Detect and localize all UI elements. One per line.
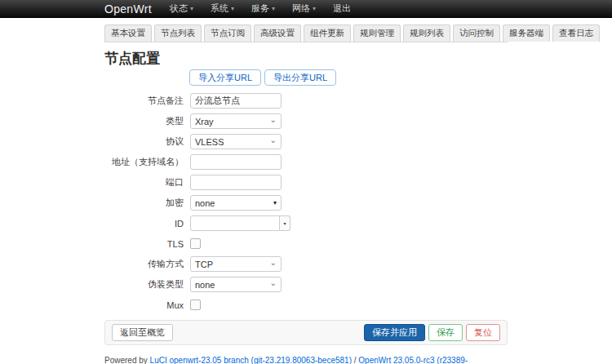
form-row-transport: 传输方式TCP⌄ xyxy=(104,254,508,274)
caret-down-icon: ▾ xyxy=(231,6,234,12)
back-to-overview-button[interactable]: 返回至概览 xyxy=(112,324,173,341)
menu-item-services[interactable]: 服务▾ xyxy=(251,2,275,15)
id-label: ID xyxy=(104,219,184,229)
camouflage-type-label: 伪装类型 xyxy=(104,278,184,291)
form-row-camouflage-type: 伪装类型none⌄ xyxy=(104,274,508,295)
tab-node-list[interactable]: 节点列表 xyxy=(154,24,202,42)
tab-basic-settings[interactable]: 基本设置 xyxy=(104,24,152,42)
address-input[interactable] xyxy=(190,154,282,170)
form-row-encryption: 加密none▾ xyxy=(104,193,508,213)
form-row-port: 端口 xyxy=(104,172,508,193)
port-input[interactable] xyxy=(190,175,282,190)
tab-server-side[interactable]: 服务器端 xyxy=(503,24,550,42)
port-label: 端口 xyxy=(104,176,184,189)
menu-item-network[interactable]: 网络▾ xyxy=(292,2,316,15)
menu-item-label: 状态 xyxy=(170,2,188,15)
page-container: 基本设置节点列表节点订阅高级设置组件更新规则管理规则列表访问控制服务器端查看日志… xyxy=(104,24,508,364)
caret-down-icon: ▾ xyxy=(190,6,193,12)
caret-down-icon: ▾ xyxy=(283,221,286,226)
tab-rule-list[interactable]: 规则列表 xyxy=(403,24,450,42)
chevron-down-icon: ⌄ xyxy=(270,136,277,144)
footer: Powered by LuCI openwrt-23.05 branch (gi… xyxy=(104,356,508,364)
selected-value: TCP xyxy=(195,260,213,269)
menu-item-logout[interactable]: 退出 xyxy=(333,2,351,15)
form-row-address: 地址（支持域名） xyxy=(104,152,508,172)
selected-value: none xyxy=(195,198,215,208)
tls-label: TLS xyxy=(104,239,184,249)
menu-item-label: 系统 xyxy=(211,2,228,15)
form-row-protocol: 协议VLESS⌄ xyxy=(104,131,508,152)
mux-label: Mux xyxy=(104,300,184,310)
tls-checkbox[interactable] xyxy=(190,238,201,249)
menu-item-label: 服务 xyxy=(251,2,269,15)
actions-right-group: 保存并应用 保存 复位 xyxy=(364,324,500,341)
node-config-form: 节点备注类型Xray⌄协议VLESS⌄地址（支持域名）端口加密none▾ID▾T… xyxy=(104,91,508,315)
caret-down-icon: ▾ xyxy=(273,200,277,206)
camouflage-type-select[interactable]: none⌄ xyxy=(190,277,282,292)
protocol-select[interactable]: VLESS⌄ xyxy=(190,134,282,149)
navbar-inner: OpenWrt 状态▾系统▾服务▾网络▾退出 xyxy=(104,0,508,17)
page-title: 节点配置 xyxy=(104,49,508,68)
caret-down-icon: ▾ xyxy=(272,6,275,12)
tab-component-update[interactable]: 组件更新 xyxy=(304,24,351,42)
screen: OpenWrt 状态▾系统▾服务▾网络▾退出 基本设置节点列表节点订阅高级设置组… xyxy=(0,0,612,364)
type-select[interactable]: Xray⌄ xyxy=(190,113,282,129)
form-row-mux: Mux xyxy=(104,295,508,315)
form-row-tls: TLS xyxy=(104,233,508,254)
menu-item-system[interactable]: 系统▾ xyxy=(211,2,234,15)
luci-version-link[interactable]: LuCI openwrt-23.05 branch (git-23.219.80… xyxy=(150,356,352,364)
tab-access-control[interactable]: 访问控制 xyxy=(453,24,500,42)
tab-node-subscribe[interactable]: 节点订阅 xyxy=(204,24,251,42)
form-row-type: 类型Xray⌄ xyxy=(104,111,508,131)
main-menu: 状态▾系统▾服务▾网络▾退出 xyxy=(170,2,351,15)
chevron-down-icon: ⌄ xyxy=(270,279,277,287)
import-share-url-button[interactable]: 导入分享URL xyxy=(189,69,261,86)
selected-value: none xyxy=(195,280,215,290)
encryption-select[interactable]: none▾ xyxy=(190,195,282,211)
selected-value: VLESS xyxy=(195,137,224,147)
menu-item-label: 退出 xyxy=(333,2,351,15)
tab-rule-manage[interactable]: 规则管理 xyxy=(353,24,401,42)
tab-bar: 基本设置节点列表节点订阅高级设置组件更新规则管理规则列表访问控制服务器端查看日志 xyxy=(104,24,508,42)
tab-view-log[interactable]: 查看日志 xyxy=(552,24,600,42)
address-label: 地址（支持域名） xyxy=(104,156,184,168)
type-label: 类型 xyxy=(104,115,184,127)
powered-by-text: Powered by xyxy=(104,356,150,364)
transport-select[interactable]: TCP⌄ xyxy=(190,256,282,272)
selected-value: Xray xyxy=(195,117,214,127)
form-row-node-remarks: 节点备注 xyxy=(104,91,508,111)
encryption-label: 加密 xyxy=(104,197,184,209)
save-and-apply-button[interactable]: 保存并应用 xyxy=(364,324,425,341)
menu-item-status[interactable]: 状态▾ xyxy=(170,2,193,15)
node-remarks-label: 节点备注 xyxy=(104,95,184,107)
tab-advanced-settings[interactable]: 高级设置 xyxy=(254,24,301,42)
node-remarks-input[interactable] xyxy=(190,93,282,109)
chevron-down-icon: ⌄ xyxy=(270,259,277,267)
openwrt-logo: OpenWrt xyxy=(104,2,152,16)
id-input[interactable] xyxy=(190,215,280,231)
top-navbar: OpenWrt 状态▾系统▾服务▾网络▾退出 xyxy=(0,0,612,18)
page-actions-bar: 返回至概览 保存并应用 保存 复位 xyxy=(104,320,508,345)
id-dropdown-button[interactable]: ▾ xyxy=(280,215,290,231)
menu-item-label: 网络 xyxy=(292,2,310,15)
reset-button[interactable]: 复位 xyxy=(466,324,500,341)
share-url-row: 导入分享URL 导出分享URL xyxy=(189,69,508,86)
form-row-id: ID▾ xyxy=(104,213,508,233)
transport-label: 传输方式 xyxy=(104,258,184,270)
caret-down-icon: ▾ xyxy=(313,6,316,12)
id-combobox: ▾ xyxy=(190,215,290,231)
save-button[interactable]: 保存 xyxy=(428,324,463,341)
protocol-label: 协议 xyxy=(104,135,184,148)
mux-checkbox[interactable] xyxy=(190,300,201,310)
export-share-url-button[interactable]: 导出分享URL xyxy=(264,69,336,86)
chevron-down-icon: ⌄ xyxy=(270,116,277,124)
